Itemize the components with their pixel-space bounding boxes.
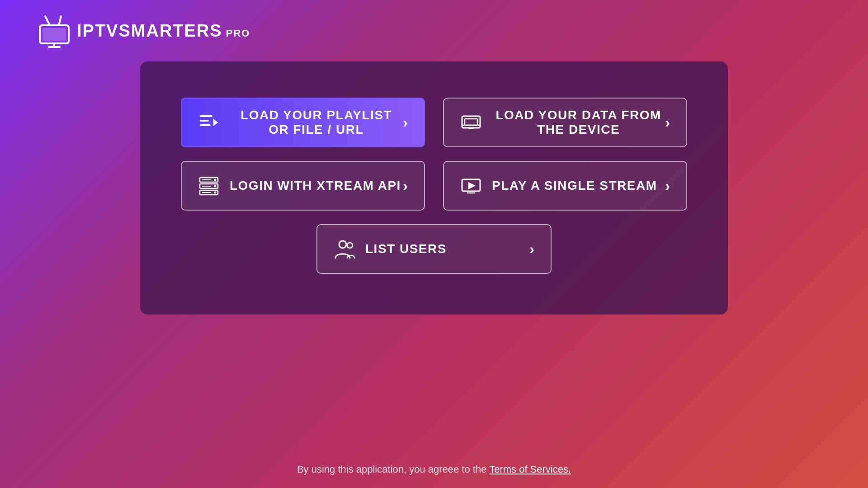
buttons-row-2: LOGIN WITH XTREAM API › PLAY A SINGLE ST… [181,161,687,211]
svg-rect-12 [468,128,474,129]
btn-left-device: LOAD YOUR DATA FROM THE DEVICE [460,108,665,137]
svg-rect-3 [42,28,66,41]
stream-icon [460,175,482,197]
svg-point-17 [214,179,217,181]
load-device-label: LOAD YOUR DATA FROM THE DEVICE [492,108,665,137]
xtream-chevron-icon: › [403,178,408,194]
btn-left-playlist: LOAD YOUR PLAYLIST OR FILE / URL [198,108,403,137]
svg-point-18 [214,185,217,188]
svg-rect-8 [200,124,211,126]
load-device-button[interactable]: LOAD YOUR DATA FROM THE DEVICE › [443,98,687,147]
load-playlist-button[interactable]: LOAD YOUR PLAYLIST OR FILE / URL › [181,98,425,147]
buttons-row-1: LOAD YOUR PLAYLIST OR FILE / URL › LOAD … [181,98,687,147]
playlist-chevron-icon: › [403,114,408,131]
svg-rect-6 [200,115,212,117]
list-users-button[interactable]: LIST USERS › [316,224,552,274]
logo-text: IPTV SMARTERS PRO [77,21,250,41]
terms-link[interactable]: Terms of Services. [489,464,571,475]
play-stream-button[interactable]: PLAY A SINGLE STREAM › [443,161,687,211]
logo-pro: PRO [226,28,250,39]
load-playlist-label: LOAD YOUR PLAYLIST OR FILE / URL [230,108,403,137]
btn-left-xtream: LOGIN WITH XTREAM API [198,175,401,197]
svg-line-1 [59,16,61,25]
main-card: LOAD YOUR PLAYLIST OR FILE / URL › LOAD … [140,61,728,314]
svg-point-26 [339,241,346,248]
buttons-row-3: LIST USERS › [181,224,687,274]
list-users-label: LIST USERS [365,242,447,256]
logo: IPTV SMARTERS PRO [36,13,250,49]
svg-marker-9 [213,119,218,126]
btn-left-users: LIST USERS [334,238,447,260]
login-xtream-label: LOGIN WITH XTREAM API [230,178,401,193]
logo-iptv: IPTV [77,21,118,41]
btn-left-stream: PLAY A SINGLE STREAM [460,175,657,197]
login-xtream-button[interactable]: LOGIN WITH XTREAM API › [181,161,425,211]
svg-point-19 [214,192,217,194]
users-icon [334,238,355,260]
footer-text: By using this application, you agreee to… [297,464,489,475]
stream-chevron-icon: › [665,178,670,194]
users-chevron-icon: › [529,241,534,258]
header: IPTV SMARTERS PRO [0,0,868,61]
svg-rect-11 [465,119,477,125]
svg-marker-24 [468,182,476,189]
play-stream-label: PLAY A SINGLE STREAM [492,178,657,193]
logo-tv-icon [36,13,72,49]
logo-smarters: SMARTERS [118,21,222,41]
playlist-icon [198,112,220,133]
svg-rect-7 [200,120,209,122]
svg-line-0 [45,16,50,25]
svg-point-27 [347,243,353,248]
device-chevron-icon: › [665,114,670,131]
device-icon [460,112,482,133]
footer: By using this application, you agreee to… [0,464,868,475]
xtream-icon [198,175,220,197]
